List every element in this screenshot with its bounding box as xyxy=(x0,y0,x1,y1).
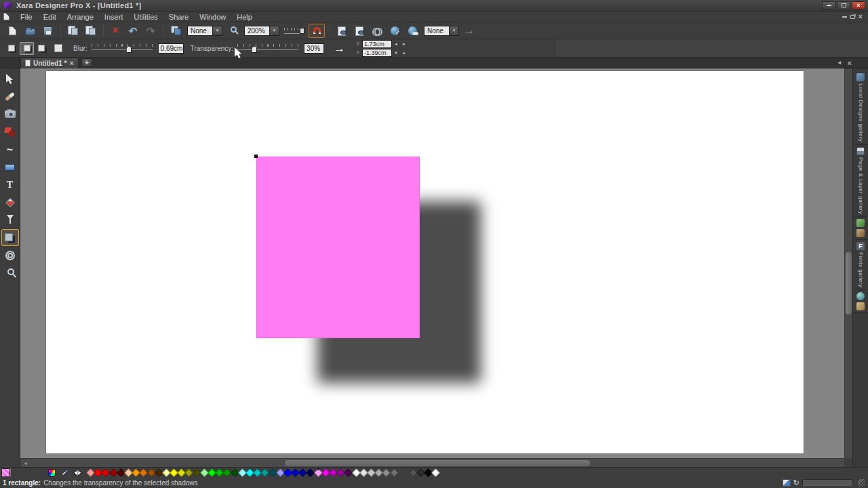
preview-button[interactable] xyxy=(351,24,368,38)
copy-shadow-button[interactable]: → xyxy=(334,43,345,54)
web-publish-button[interactable] xyxy=(404,24,420,38)
menu-item[interactable]: Help xyxy=(231,13,258,21)
x-offset-field[interactable]: 1.73cm xyxy=(362,40,392,48)
web-check-button[interactable]: ✓ xyxy=(387,24,403,38)
feather-slider-icon xyxy=(284,28,304,34)
export-button[interactable] xyxy=(82,24,98,38)
close-button[interactable]: × xyxy=(852,1,865,9)
rectangle-tool[interactable] xyxy=(1,159,19,176)
current-fill-swatch[interactable] xyxy=(1,468,10,477)
chevron-down-icon[interactable]: ▼ xyxy=(213,26,222,36)
fill-gallery-tab[interactable] xyxy=(853,290,868,313)
menu-item[interactable]: Utilities xyxy=(128,13,163,21)
export-preset-combo[interactable]: None ▼ xyxy=(424,26,459,36)
open-button[interactable] xyxy=(22,24,38,38)
menu-item[interactable]: Arrange xyxy=(62,13,99,21)
page-layer-gallery-tab[interactable]: Page & Layer gallery xyxy=(853,145,868,217)
contour-tool[interactable] xyxy=(1,247,19,264)
new-tab-button[interactable]: + xyxy=(81,58,92,67)
resize-grip-icon[interactable] xyxy=(858,479,865,487)
selection-status: 1 rectangle: xyxy=(3,479,41,487)
no-color-swatch[interactable] xyxy=(73,468,82,477)
export-preset-value[interactable]: None xyxy=(424,26,450,36)
chevron-down-icon[interactable]: ▼ xyxy=(270,26,279,36)
document-tab[interactable]: Untitled1 * × xyxy=(20,58,79,68)
shape-editor-tool[interactable]: ~ xyxy=(1,141,19,158)
blur-value-field[interactable]: 0.69cm xyxy=(158,43,184,54)
snap-to-objects-button[interactable] xyxy=(309,24,325,38)
minimize-icon xyxy=(827,5,831,6)
blur-slider[interactable] xyxy=(92,43,153,54)
close-icon: × xyxy=(856,3,860,9)
tab-scroll-icon[interactable]: ◄ xyxy=(837,60,842,66)
selector-tool[interactable] xyxy=(1,70,19,87)
shadow-icon xyxy=(5,233,15,243)
rotate-icon[interactable]: ↻ xyxy=(793,479,800,487)
color-picker-icon[interactable] xyxy=(61,469,69,476)
line-width-value[interactable]: None xyxy=(187,26,213,36)
color-swatch[interactable] xyxy=(431,468,440,477)
delete-button[interactable]: × xyxy=(107,24,123,38)
menu-item[interactable]: File xyxy=(15,13,38,21)
maximize-button[interactable] xyxy=(837,1,850,9)
shapes-icon xyxy=(5,127,16,136)
y-offset-spinner[interactable]: ▼ ▲ xyxy=(394,51,408,55)
save-button[interactable] xyxy=(39,24,56,38)
new-document-button[interactable] xyxy=(4,24,20,38)
floor-shadow-button[interactable] xyxy=(35,42,50,55)
shape-tool[interactable] xyxy=(1,123,19,140)
color-swatch[interactable] xyxy=(390,468,399,477)
doc-minimize-icon[interactable] xyxy=(842,16,847,18)
solid-view-button[interactable] xyxy=(334,24,350,38)
zoom-tool[interactable] xyxy=(1,264,19,281)
doc-restore-icon[interactable] xyxy=(850,15,855,19)
paint-tool[interactable] xyxy=(1,88,19,105)
y-offset-field[interactable]: -1.39cm xyxy=(362,49,392,57)
import-button[interactable] xyxy=(64,24,81,38)
feather-control[interactable] xyxy=(281,24,307,38)
tab-close-icon[interactable]: × xyxy=(69,60,73,67)
x-offset-spinner[interactable]: ◄ ► xyxy=(394,42,408,46)
scroll-left-icon[interactable]: ◄ xyxy=(23,461,28,466)
pink-rectangle-object[interactable] xyxy=(256,157,420,338)
shadow-tool[interactable] xyxy=(1,229,19,246)
menu-item[interactable]: Share xyxy=(163,13,194,21)
doc-close-icon[interactable]: × xyxy=(859,13,863,20)
transform-button[interactable] xyxy=(167,24,184,38)
redo-button[interactable]: ↷ xyxy=(142,24,159,38)
go-button[interactable]: → xyxy=(461,24,477,38)
text-tool[interactable]: T xyxy=(1,176,19,193)
hyperlink-button[interactable] xyxy=(369,24,385,38)
zoom-level-value[interactable]: 200% xyxy=(244,26,270,36)
menu-item[interactable]: Window xyxy=(194,13,231,21)
color-editor-icon[interactable] xyxy=(48,469,56,476)
transparency-slider-handle[interactable] xyxy=(252,46,257,53)
chevron-down-icon[interactable]: ▼ xyxy=(450,26,459,36)
bitmap-gallery-tab[interactable] xyxy=(853,217,868,240)
fill-tool[interactable] xyxy=(1,194,19,211)
transparency-tool[interactable] xyxy=(1,211,19,228)
line-width-combo[interactable]: None ▼ xyxy=(187,26,222,36)
photo-tool[interactable] xyxy=(1,106,19,123)
fonts-gallery-tab[interactable]: F Fonts gallery xyxy=(853,240,868,290)
vertical-scrollbar-thumb[interactable] xyxy=(846,252,852,314)
tabbar-close-icon[interactable]: × xyxy=(848,59,852,67)
transparency-value-field[interactable]: 30% xyxy=(304,43,324,54)
selection-handle[interactable] xyxy=(254,155,258,158)
horizontal-scrollbar[interactable]: ◄ xyxy=(20,458,844,467)
undo-button[interactable]: ↶ xyxy=(125,24,141,38)
vertical-scrollbar[interactable] xyxy=(844,68,852,458)
wall-shadow-button[interactable] xyxy=(20,42,34,55)
local-designs-gallery-tab[interactable]: Local Designs gallery xyxy=(853,71,868,145)
no-shadow-button[interactable] xyxy=(4,42,18,55)
menu-item[interactable]: Insert xyxy=(99,13,129,21)
minimize-button[interactable] xyxy=(822,1,835,9)
zoom-tool-button[interactable] xyxy=(224,24,241,38)
blur-slider-handle[interactable] xyxy=(126,46,132,53)
page-flag-icon[interactable] xyxy=(783,479,791,487)
glow-shadow-button[interactable] xyxy=(51,42,65,55)
menu-item[interactable]: Edit xyxy=(38,13,62,21)
transparency-slider[interactable] xyxy=(237,43,298,54)
horizontal-scrollbar-thumb[interactable] xyxy=(285,460,590,466)
zoom-level-combo[interactable]: 200% ▼ xyxy=(244,26,279,36)
